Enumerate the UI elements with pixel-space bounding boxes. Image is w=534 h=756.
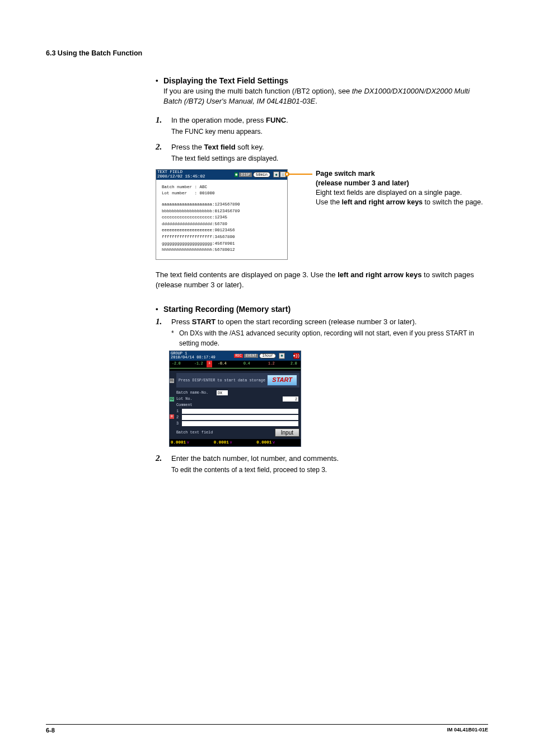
batch-text-field-label: Batch text field — [176, 430, 213, 435]
flag-marker-icon: 1 — [207, 361, 212, 367]
text-field-2: bbbbbbbbbbbbbbbbbbbb:0123456789 — [162, 208, 283, 215]
step-2-text-a: Press the — [171, 143, 204, 151]
note-asterisk-icon: * — [171, 329, 179, 348]
document-id: IM 04L41B01-01E — [447, 727, 488, 734]
callout-page-switch: Page switch mark (release number 3 and l… — [316, 169, 483, 260]
arrow-keys-label: left and right arrow keys — [342, 198, 423, 206]
foot-value-3: 0.0001 — [256, 440, 271, 445]
bullet-icon: • — [156, 76, 163, 86]
s2-step-1-body: Press START to open the start recording … — [171, 317, 488, 328]
screenshot-title: TEXT FIELD 2008/12/02 15:45:02 — [157, 170, 235, 179]
batch-name-value[interactable]: DX — [217, 390, 228, 395]
section-header: 6.3 Using the Batch Function — [46, 49, 488, 57]
foot-unit-2: V — [230, 441, 232, 445]
start-key-label: START — [192, 318, 216, 326]
heading-starting-recording: Starting Recording (Memory start) — [163, 305, 291, 314]
input-button[interactable]: Input — [275, 428, 299, 437]
text-field-6: ffffffffffffffffffff:34567890 — [162, 234, 283, 241]
after-screenshot-text: The text field contents are displayed on… — [156, 270, 488, 290]
status-badge-icon: ■ — [235, 172, 238, 177]
s2-step-2-sub: To edit the contents of a text field, pr… — [171, 465, 488, 475]
leader-line-icon — [288, 174, 312, 175]
text-field-4: dddddddddddddddddddd:56789 — [162, 221, 283, 228]
text-field-5: eeeeeeeeeeeeeeeeeeee:90123456 — [162, 227, 283, 234]
comment-label: Comment — [176, 402, 217, 408]
alarm-icon: ●)) — [293, 353, 299, 359]
lot-no-label: Lot No. — [176, 396, 217, 402]
interval-pill: 50min — [253, 172, 270, 178]
tick-p04: 0.4 — [243, 362, 250, 366]
foot-unit-3: V — [273, 441, 275, 445]
step-1-sub: The FUNC key menu appears. — [171, 127, 488, 137]
step-number: 1. — [156, 115, 171, 126]
page-footer: 6-8 IM 04L41B01-01E — [46, 724, 488, 734]
s2-step-1c: to open the start recording screen (rele… — [216, 318, 416, 326]
comment-2-num: 2 — [176, 414, 182, 420]
channel-strip-2: 02 — [170, 397, 174, 402]
callout-line-4a: Use the — [316, 198, 342, 206]
scale-ruler: -2.0 -1.2 -0.4 0.4 1.2 2.0 1 — [170, 361, 301, 371]
screenshot2-title: GROUP 1 2010/04/14 08:17:49 — [171, 352, 234, 360]
disp-enter-message: Press DISP/ENTER to start data storage — [179, 378, 265, 382]
batch-name-label: Batch name-No. — [176, 390, 217, 395]
foot-value-1: 0.0001 — [171, 440, 186, 445]
step-1-body: In the operation mode, press FUNC. — [171, 115, 488, 126]
disp-badge: DISP — [239, 172, 252, 177]
tick-p20: 2.0 — [291, 362, 297, 366]
bullet-icon: • — [156, 305, 163, 315]
tick-m20: -2.0 — [172, 362, 181, 366]
s2-step-1a: Press — [171, 318, 192, 326]
step-1-text-c: . — [286, 116, 288, 124]
step-2-sub: The text field settings are displayed. — [171, 154, 488, 164]
comment-3-field[interactable] — [182, 421, 298, 426]
text-field-7: gggggggggggggggggggg:45678901 — [162, 241, 283, 248]
step-number: 2. — [156, 454, 171, 464]
batch-number-value: : ABC — [195, 185, 208, 189]
callout-line-1: Page switch mark — [316, 169, 483, 179]
interval-pill-2: 1hour — [259, 353, 276, 358]
comment-1-num: 1 — [176, 408, 182, 414]
tick-p12: 1.2 — [268, 362, 275, 366]
step-number: 2. — [156, 142, 171, 153]
foot-value-2: 0.0001 — [214, 440, 229, 445]
recording-screenshot: GROUP 1 2010/04/14 08:17:49 REC EVENT 1h… — [169, 351, 301, 447]
step-2-body: Press the Text field soft key. — [171, 142, 488, 153]
after-text-a: The text field contents are displayed on… — [156, 270, 338, 279]
text-field-1: aaaaaaaaaaaaaaaaaaaa:1234567890 — [162, 202, 283, 208]
comment-2-field[interactable] — [182, 415, 298, 420]
text-field-3: cccccccccccccccccccc:12345 — [162, 214, 283, 221]
tick-m12: -1.2 — [194, 362, 203, 366]
callout-line-2: (release number 3 and later) — [316, 179, 483, 188]
lot-number-label: Lot number — [162, 191, 195, 195]
heading-displaying-text-field: Displaying the Text Field Settings — [163, 76, 288, 85]
comment-1-field[interactable] — [182, 409, 298, 414]
nav-icon-2: ◆ — [279, 353, 285, 359]
step-number: 1. — [156, 317, 171, 328]
channel-strip-1: 01 — [170, 379, 174, 383]
intro-text: If you are using the multi batch functio… — [163, 87, 352, 95]
event-badge: EVENT — [244, 354, 259, 358]
text-field-screenshot: TEXT FIELD 2008/12/02 15:45:02 ■ DISP 50… — [156, 169, 288, 260]
callout-line-3: Eight text fields are displayed on a sin… — [316, 188, 483, 198]
lot-no-value[interactable]: 2 — [283, 396, 298, 402]
rec-badge: REC — [234, 354, 243, 358]
textfield-softkey-label: Text field — [204, 143, 236, 151]
lot-number-value: : 001000 — [195, 191, 215, 195]
intro-period: . — [315, 97, 317, 105]
nav-icon: ◆ — [273, 171, 279, 178]
comment-3-num: 3 — [176, 421, 182, 426]
func-key-label: FUNC — [266, 116, 286, 124]
tick-m04: -0.4 — [218, 362, 227, 366]
channel-strip-3: 0 — [170, 414, 174, 419]
start-button[interactable]: START — [267, 375, 297, 386]
arrow-keys-label-2: left and right arrow keys — [338, 270, 421, 279]
page-number: 6-8 — [46, 727, 55, 734]
batch-name-field[interactable] — [229, 390, 298, 395]
s2-step-2-body: Enter the batch number, lot number, and … — [171, 454, 488, 464]
step-2-text-c: soft key. — [236, 143, 264, 151]
step-1-text-a: In the operation mode, press — [171, 116, 266, 124]
note-text: On DXs with the /AS1 advanced security o… — [179, 329, 488, 348]
text-field-8: hhhhhhhhhhhhhhhhhhhh:56789012 — [162, 247, 283, 254]
foot-unit-1: V — [187, 441, 189, 445]
batch-number-label: Batch number — [162, 185, 195, 189]
